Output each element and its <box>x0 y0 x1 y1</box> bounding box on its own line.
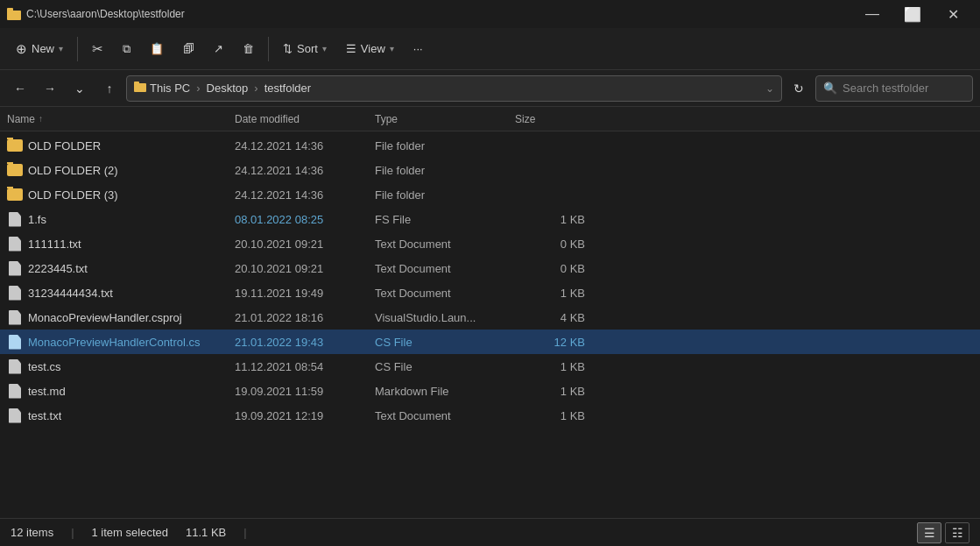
breadcrumb-folder-icon <box>134 82 146 95</box>
file-name-cell: MonacoPreviewHandler.csproj <box>7 309 235 325</box>
table-row[interactable]: 1.fs 08.01.2022 08:25 FS File 1 KB <box>0 207 980 231</box>
title-folder-icon <box>7 7 21 21</box>
file-name-cell: OLD FOLDER (2) <box>7 162 235 178</box>
file-size: 1 KB <box>515 360 585 373</box>
share-icon: ↗ <box>214 42 223 55</box>
title-path-text: C:\Users\aaron\Desktop\testfolder <box>26 8 185 20</box>
title-bar: C:\Users\aaron\Desktop\testfolder — ⬜ ✕ <box>0 0 980 28</box>
file-icon <box>9 261 21 276</box>
address-dropdown-arrow[interactable]: ⌄ <box>765 82 774 95</box>
back-button[interactable]: ← <box>7 75 33 102</box>
table-row[interactable]: OLD FOLDER 24.12.2021 14:36 File folder <box>0 133 980 158</box>
close-button[interactable]: ✕ <box>933 0 973 28</box>
copy-icon: ⧉ <box>123 42 130 56</box>
file-date: 11.12.2021 08:54 <box>235 360 375 373</box>
file-name-cell: test.txt <box>7 408 235 423</box>
file-name-text: OLD FOLDER (3) <box>28 188 118 202</box>
sort-label: Sort <box>297 42 318 55</box>
rename-button[interactable]: 🗐 <box>174 33 203 65</box>
table-row[interactable]: test.txt 19.09.2021 12:19 Text Document … <box>0 403 980 428</box>
refresh-button[interactable]: ↻ <box>786 75 812 102</box>
file-type: FS File <box>375 213 515 226</box>
file-icon <box>9 237 21 252</box>
file-name-cell: OLD FOLDER (3) <box>7 187 235 202</box>
sort-arrow-icon: ▾ <box>322 44 327 53</box>
grid-view-button[interactable]: ☷ <box>945 522 969 543</box>
file-size: 0 KB <box>515 262 585 275</box>
view-icon: ☰ <box>346 42 356 55</box>
sort-button[interactable]: ⇅ Sort ▾ <box>274 33 335 65</box>
minimize-button[interactable]: — <box>852 0 892 28</box>
status-sep-2: | <box>243 526 246 539</box>
file-type: VisualStudio.Laun... <box>375 311 515 324</box>
window-controls: — ⬜ ✕ <box>852 0 973 28</box>
file-icon-wrapper <box>7 334 23 350</box>
toolbar-separator-1 <box>77 37 78 61</box>
paste-button[interactable]: 📋 <box>141 33 173 65</box>
search-bar[interactable]: 🔍 Search testfolder <box>815 75 973 102</box>
file-icon <box>9 384 21 399</box>
file-icon-wrapper <box>7 358 23 374</box>
cut-icon: ✂ <box>92 41 103 57</box>
copy-button[interactable]: ⧉ <box>114 33 139 65</box>
cut-button[interactable]: ✂ <box>83 33 112 65</box>
maximize-button[interactable]: ⬜ <box>892 0 933 28</box>
file-type: Text Document <box>375 287 515 300</box>
column-headers: Name ↑ Date modified Type Size <box>0 107 980 131</box>
table-row[interactable]: test.md 19.09.2021 11:59 Markdown File 1… <box>0 379 980 403</box>
table-row[interactable]: OLD FOLDER (2) 24.12.2021 14:36 File fol… <box>0 158 980 182</box>
folder-icon <box>7 164 23 176</box>
search-placeholder: Search testfolder <box>843 82 928 95</box>
view-arrow-icon: ▾ <box>390 44 394 53</box>
table-row[interactable]: OLD FOLDER (3) 24.12.2021 14:36 File fol… <box>0 182 980 207</box>
file-name-cell: test.cs <box>7 358 235 374</box>
table-row[interactable]: 2223445.txt 20.10.2021 09:21 Text Docume… <box>0 256 980 280</box>
table-row[interactable]: 31234444434.txt 19.11.2021 19:49 Text Do… <box>0 280 980 305</box>
file-type: Markdown File <box>375 385 515 398</box>
more-button[interactable]: ··· <box>405 33 432 65</box>
file-name-cell: 1.fs <box>7 211 235 227</box>
forward-button[interactable]: → <box>37 75 63 102</box>
new-arrow-icon: ▾ <box>59 44 63 53</box>
file-date: 24.12.2021 14:36 <box>235 188 375 202</box>
toolbar: ⊕ New ▾ ✂ ⧉ 📋 🗐 ↗ 🗑 ⇅ Sort ▾ ☰ View ▾ ··… <box>0 28 980 70</box>
file-icon <box>9 408 21 423</box>
share-button[interactable]: ↗ <box>205 33 232 65</box>
file-name-cell: 31234444434.txt <box>7 285 235 301</box>
file-name-cell: OLD FOLDER <box>7 138 235 153</box>
col-header-size[interactable]: Size <box>515 113 585 125</box>
file-icon <box>9 359 21 374</box>
view-button[interactable]: ☰ View ▾ <box>337 33 403 65</box>
status-bar: 12 items | 1 item selected 11.1 KB | ☰ ☷ <box>0 518 980 546</box>
list-view-button[interactable]: ☰ <box>917 522 941 543</box>
up-button[interactable]: ↑ <box>96 75 123 102</box>
paste-icon: 📋 <box>150 42 164 55</box>
col-header-name[interactable]: Name ↑ <box>7 113 235 125</box>
table-row[interactable]: MonacoPreviewHandler.csproj 21.01.2022 1… <box>0 305 980 330</box>
file-icon-wrapper <box>7 285 23 301</box>
item-count: 12 items <box>11 526 53 539</box>
col-header-date[interactable]: Date modified <box>235 113 375 125</box>
recent-button[interactable]: ⌄ <box>67 75 93 102</box>
file-type: Text Document <box>375 262 515 275</box>
file-icon <box>9 212 21 227</box>
table-row[interactable]: 111111.txt 20.10.2021 09:21 Text Documen… <box>0 231 980 256</box>
delete-button[interactable]: 🗑 <box>234 33 263 65</box>
file-icon-wrapper <box>7 260 23 276</box>
col-header-type[interactable]: Type <box>375 113 515 125</box>
table-row[interactable]: test.cs 11.12.2021 08:54 CS File 1 KB <box>0 354 980 379</box>
new-button[interactable]: ⊕ New ▾ <box>7 33 72 65</box>
file-name-text: OLD FOLDER <box>28 139 101 152</box>
toolbar-separator-2 <box>268 37 269 61</box>
file-name-cell: test.md <box>7 383 235 399</box>
file-date: 20.10.2021 09:21 <box>235 262 375 275</box>
view-mode-controls: ☰ ☷ <box>917 522 969 543</box>
file-name-text: OLD FOLDER (2) <box>28 164 118 177</box>
file-name-text: test.txt <box>28 409 61 422</box>
file-name-cell: 2223445.txt <box>7 260 235 276</box>
table-row[interactable]: MonacoPreviewHandlerControl.cs 21.01.202… <box>0 330 980 354</box>
breadcrumb-desktop: Desktop <box>207 82 249 95</box>
file-type: File folder <box>375 139 515 152</box>
address-bar[interactable]: This PC › Desktop › testfolder ⌄ <box>126 75 782 102</box>
file-date: 19.09.2021 11:59 <box>235 385 375 398</box>
